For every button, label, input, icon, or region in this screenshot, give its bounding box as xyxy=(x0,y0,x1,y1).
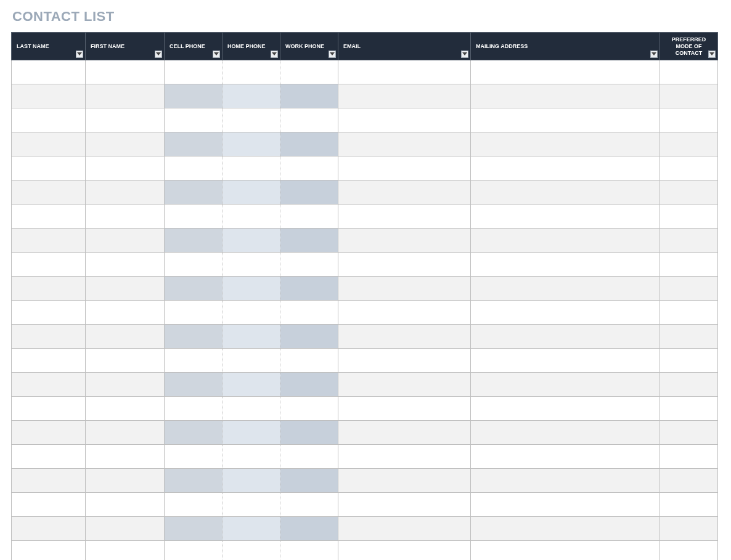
col-preferred-mode[interactable]: PREFERRED MODE OF CONTACT xyxy=(660,33,718,60)
cell-mailing-address[interactable] xyxy=(471,325,660,349)
cell-preferred-mode[interactable] xyxy=(660,132,718,156)
cell-email[interactable] xyxy=(338,349,471,373)
cell-preferred-mode[interactable] xyxy=(660,301,718,325)
cell-first-name[interactable] xyxy=(86,325,165,349)
cell-first-name[interactable] xyxy=(86,253,165,277)
cell-last-name[interactable] xyxy=(12,108,86,132)
cell-preferred-mode[interactable] xyxy=(660,156,718,181)
cell-work-phone[interactable] xyxy=(280,541,338,560)
cell-first-name[interactable] xyxy=(86,541,165,560)
cell-home-phone[interactable] xyxy=(223,421,280,445)
cell-first-name[interactable] xyxy=(86,421,165,445)
cell-last-name[interactable] xyxy=(12,84,86,108)
cell-mailing-address[interactable] xyxy=(471,108,660,132)
cell-work-phone[interactable] xyxy=(280,60,338,84)
cell-work-phone[interactable] xyxy=(280,445,338,469)
cell-last-name[interactable] xyxy=(12,181,86,205)
cell-home-phone[interactable] xyxy=(223,541,280,560)
col-mailing-address[interactable]: MAILING ADDRESS xyxy=(471,33,660,60)
cell-first-name[interactable] xyxy=(86,517,165,541)
cell-cell-phone[interactable] xyxy=(165,156,223,181)
cell-mailing-address[interactable] xyxy=(471,132,660,156)
cell-mailing-address[interactable] xyxy=(471,445,660,469)
cell-cell-phone[interactable] xyxy=(165,541,223,560)
cell-work-phone[interactable] xyxy=(280,253,338,277)
cell-first-name[interactable] xyxy=(86,493,165,517)
cell-cell-phone[interactable] xyxy=(165,421,223,445)
cell-home-phone[interactable] xyxy=(223,373,280,397)
cell-mailing-address[interactable] xyxy=(471,349,660,373)
cell-last-name[interactable] xyxy=(12,156,86,181)
cell-last-name[interactable] xyxy=(12,229,86,253)
cell-preferred-mode[interactable] xyxy=(660,469,718,493)
cell-work-phone[interactable] xyxy=(280,181,338,205)
cell-last-name[interactable] xyxy=(12,349,86,373)
cell-mailing-address[interactable] xyxy=(471,301,660,325)
cell-mailing-address[interactable] xyxy=(471,60,660,84)
cell-mailing-address[interactable] xyxy=(471,469,660,493)
cell-first-name[interactable] xyxy=(86,60,165,84)
cell-mailing-address[interactable] xyxy=(471,277,660,301)
cell-mailing-address[interactable] xyxy=(471,156,660,181)
cell-email[interactable] xyxy=(338,517,471,541)
cell-preferred-mode[interactable] xyxy=(660,229,718,253)
cell-cell-phone[interactable] xyxy=(165,493,223,517)
cell-first-name[interactable] xyxy=(86,373,165,397)
cell-last-name[interactable] xyxy=(12,421,86,445)
cell-home-phone[interactable] xyxy=(223,493,280,517)
cell-mailing-address[interactable] xyxy=(471,253,660,277)
cell-home-phone[interactable] xyxy=(223,156,280,181)
col-cell-phone[interactable]: CELL PHONE xyxy=(165,33,223,60)
cell-mailing-address[interactable] xyxy=(471,421,660,445)
cell-preferred-mode[interactable] xyxy=(660,60,718,84)
cell-preferred-mode[interactable] xyxy=(660,108,718,132)
cell-email[interactable] xyxy=(338,541,471,560)
cell-preferred-mode[interactable] xyxy=(660,397,718,421)
cell-home-phone[interactable] xyxy=(223,205,280,229)
cell-home-phone[interactable] xyxy=(223,349,280,373)
cell-work-phone[interactable] xyxy=(280,325,338,349)
cell-work-phone[interactable] xyxy=(280,421,338,445)
col-work-phone[interactable]: WORK PHONE xyxy=(280,33,338,60)
cell-work-phone[interactable] xyxy=(280,493,338,517)
cell-last-name[interactable] xyxy=(12,60,86,84)
cell-email[interactable] xyxy=(338,229,471,253)
col-home-phone[interactable]: HOME PHONE xyxy=(223,33,280,60)
cell-email[interactable] xyxy=(338,445,471,469)
cell-work-phone[interactable] xyxy=(280,301,338,325)
cell-work-phone[interactable] xyxy=(280,349,338,373)
cell-mailing-address[interactable] xyxy=(471,541,660,560)
filter-mailing-address[interactable] xyxy=(650,51,658,58)
cell-work-phone[interactable] xyxy=(280,373,338,397)
cell-last-name[interactable] xyxy=(12,445,86,469)
cell-cell-phone[interactable] xyxy=(165,84,223,108)
cell-last-name[interactable] xyxy=(12,277,86,301)
filter-email[interactable] xyxy=(461,51,468,58)
cell-email[interactable] xyxy=(338,397,471,421)
cell-home-phone[interactable] xyxy=(223,253,280,277)
cell-home-phone[interactable] xyxy=(223,445,280,469)
cell-cell-phone[interactable] xyxy=(165,132,223,156)
cell-home-phone[interactable] xyxy=(223,229,280,253)
col-email[interactable]: EMAIL xyxy=(338,33,471,60)
cell-preferred-mode[interactable] xyxy=(660,84,718,108)
cell-cell-phone[interactable] xyxy=(165,373,223,397)
cell-preferred-mode[interactable] xyxy=(660,325,718,349)
cell-preferred-mode[interactable] xyxy=(660,541,718,560)
cell-last-name[interactable] xyxy=(12,205,86,229)
cell-cell-phone[interactable] xyxy=(165,229,223,253)
cell-mailing-address[interactable] xyxy=(471,397,660,421)
cell-first-name[interactable] xyxy=(86,277,165,301)
cell-last-name[interactable] xyxy=(12,253,86,277)
cell-email[interactable] xyxy=(338,156,471,181)
cell-cell-phone[interactable] xyxy=(165,445,223,469)
cell-email[interactable] xyxy=(338,373,471,397)
cell-last-name[interactable] xyxy=(12,397,86,421)
filter-cell-phone[interactable] xyxy=(213,51,220,58)
filter-home-phone[interactable] xyxy=(271,51,278,58)
cell-work-phone[interactable] xyxy=(280,469,338,493)
cell-email[interactable] xyxy=(338,421,471,445)
cell-mailing-address[interactable] xyxy=(471,205,660,229)
cell-email[interactable] xyxy=(338,132,471,156)
cell-email[interactable] xyxy=(338,253,471,277)
